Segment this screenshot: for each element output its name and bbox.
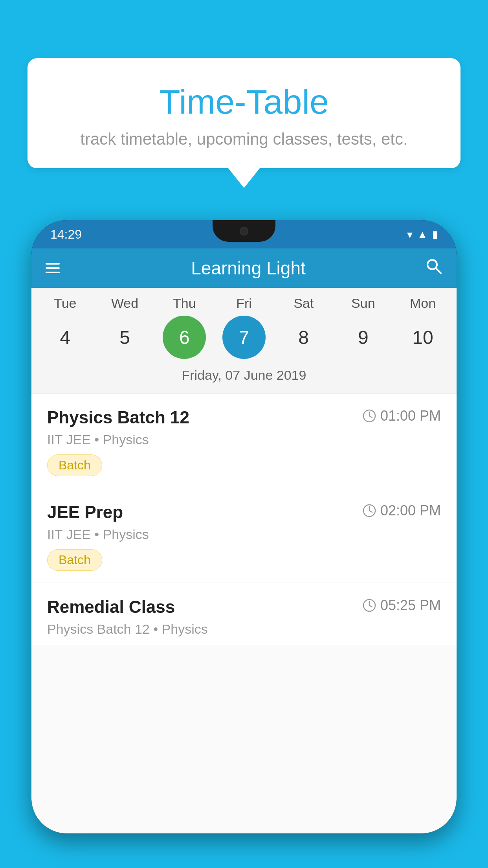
app-feature-subtitle: track timetable, upcoming classes, tests…	[59, 130, 429, 149]
search-button[interactable]	[425, 257, 442, 279]
batch-badge-2: Batch	[47, 549, 102, 571]
selected-date-label: Friday, 07 June 2019	[35, 364, 453, 389]
day-9[interactable]: 9	[341, 316, 385, 359]
class-item-physics-batch[interactable]: Physics Batch 12 01:00 PM IIT JEE • Phys…	[31, 394, 457, 488]
day-name-sat: Sat	[278, 296, 329, 311]
phone-device: 14:29 ▾ ▲ ▮ Learning Light	[31, 220, 457, 833]
svg-line-7	[369, 511, 372, 512]
class-name-3: Remedial Class	[47, 597, 175, 617]
wifi-icon: ▾	[407, 228, 413, 241]
class-time-text-1: 01:00 PM	[380, 408, 441, 424]
class-subtitle-3: Physics Batch 12 • Physics	[47, 622, 441, 637]
camera-dot	[240, 227, 248, 235]
day-name-mon: Mon	[397, 296, 448, 311]
svg-line-1	[436, 268, 441, 273]
speech-bubble-arrow	[228, 168, 260, 188]
day-8[interactable]: 8	[282, 316, 325, 359]
class-time-text-2: 02:00 PM	[380, 502, 441, 519]
calendar-strip: Tue Wed Thu Fri Sat Sun Mon 4 5 6 7 8 9 …	[31, 288, 457, 394]
phone-mockup: 14:29 ▾ ▲ ▮ Learning Light	[31, 220, 457, 868]
day-name-sun: Sun	[338, 296, 389, 311]
status-time: 14:29	[50, 227, 82, 242]
class-time-2: 02:00 PM	[362, 502, 441, 519]
batch-badge-1: Batch	[47, 454, 102, 476]
phone-notch	[213, 220, 275, 242]
status-icons: ▾ ▲ ▮	[407, 228, 438, 241]
class-item-remedial[interactable]: Remedial Class 05:25 PM Physics Batch 12…	[31, 583, 457, 645]
clock-icon-1	[362, 409, 376, 423]
day-10[interactable]: 10	[401, 316, 444, 359]
status-bar: 14:29 ▾ ▲ ▮	[31, 220, 457, 248]
day-6-today[interactable]: 6	[163, 316, 206, 359]
class-time-1: 01:00 PM	[362, 408, 441, 424]
class-list: Physics Batch 12 01:00 PM IIT JEE • Phys…	[31, 394, 457, 645]
speech-bubble-card: Time-Table track timetable, upcoming cla…	[28, 58, 460, 168]
class-time-3: 05:25 PM	[362, 597, 441, 614]
day-7-selected[interactable]: 7	[222, 316, 266, 359]
day-name-tue: Tue	[40, 296, 91, 311]
class-name-1: Physics Batch 12	[47, 408, 189, 427]
battery-icon: ▮	[432, 228, 438, 241]
class-item-jee-prep[interactable]: JEE Prep 02:00 PM IIT JEE • Physics Batc…	[31, 488, 457, 583]
day-headers: Tue Wed Thu Fri Sat Sun Mon	[35, 296, 453, 311]
phone-screen: Tue Wed Thu Fri Sat Sun Mon 4 5 6 7 8 9 …	[31, 288, 457, 833]
clock-icon-3	[362, 598, 376, 612]
day-name-fri: Fri	[218, 296, 270, 311]
class-subtitle-2: IIT JEE • Physics	[47, 527, 441, 542]
app-feature-title: Time-Table	[59, 82, 429, 122]
svg-line-10	[369, 605, 372, 607]
class-name-2: JEE Prep	[47, 502, 123, 522]
class-item-header-2: JEE Prep 02:00 PM	[47, 502, 441, 522]
app-bar: Learning Light	[31, 248, 457, 288]
class-subtitle-1: IIT JEE • Physics	[47, 432, 441, 447]
class-item-header-3: Remedial Class 05:25 PM	[47, 597, 441, 617]
class-item-header-1: Physics Batch 12 01:00 PM	[47, 408, 441, 427]
svg-line-4	[369, 416, 372, 417]
app-title: Learning Light	[72, 257, 425, 279]
day-5[interactable]: 5	[103, 316, 147, 359]
speech-bubble-section: Time-Table track timetable, upcoming cla…	[28, 58, 460, 188]
clock-icon-2	[362, 504, 376, 518]
day-4[interactable]: 4	[44, 316, 87, 359]
hamburger-button[interactable]	[46, 263, 60, 273]
day-numbers: 4 5 6 7 8 9 10	[35, 316, 453, 359]
signal-icon: ▲	[417, 228, 427, 241]
class-time-text-3: 05:25 PM	[380, 597, 441, 614]
day-name-thu: Thu	[159, 296, 210, 311]
day-name-wed: Wed	[99, 296, 150, 311]
